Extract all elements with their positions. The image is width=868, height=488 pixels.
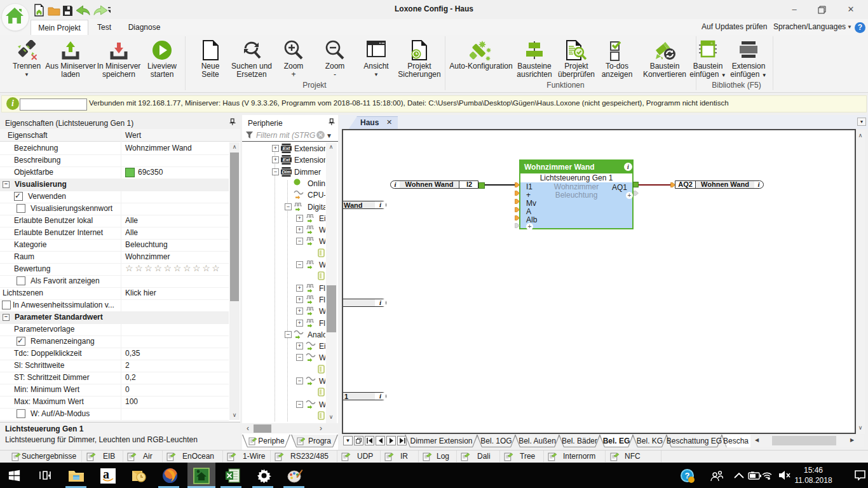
svg-text:Ext: Ext	[283, 146, 290, 151]
svg-text:Dim: Dim	[281, 169, 291, 175]
svg-text:✕: ✕	[31, 52, 37, 62]
svg-text:Ext: Ext	[283, 157, 290, 163]
